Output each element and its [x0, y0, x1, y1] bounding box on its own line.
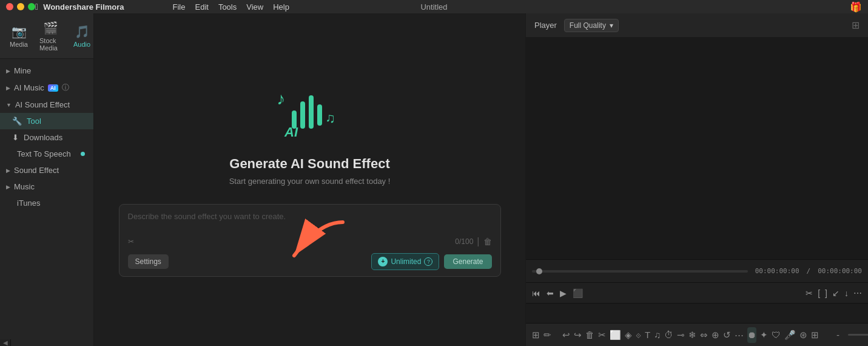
timeline-scrubber[interactable] — [532, 270, 748, 273]
scene-detect-button[interactable]: ⊞ — [532, 327, 540, 343]
mic-button[interactable]: 🎤 — [784, 327, 796, 343]
quality-select[interactable]: Full Quality ▾ — [564, 19, 619, 32]
mark-in-button[interactable]: [ — [818, 288, 820, 298]
mark-out-button[interactable]: ] — [825, 288, 827, 298]
center-panel: ♪ ♫ AI Generate AI Sound Effect Start ge… — [94, 13, 525, 346]
itunes-label: iTunes — [17, 198, 41, 208]
shield-button[interactable]: 🛡 — [772, 327, 781, 343]
gift-icon[interactable]: 🎁 — [850, 1, 862, 13]
apple-logo:  — [35, 2, 38, 12]
scrubber-dot — [536, 268, 542, 274]
text-button[interactable]: T — [645, 327, 650, 343]
sidebar-section-ai-sound-effect[interactable]: ▼ AI Sound Effect — [0, 97, 93, 113]
composite-button[interactable]: ⊞ — [811, 327, 819, 343]
ai-sound-illustration: ♪ ♫ AI — [274, 83, 346, 144]
ai-button[interactable]: ✦ — [760, 327, 768, 343]
sidebar-section-music[interactable]: ▶ Music — [0, 178, 93, 195]
toolbar-media[interactable]: 📷 Media — [3, 21, 35, 52]
sidebar-item-tool[interactable]: 🔧 Tool — [0, 113, 93, 129]
player-grid-icon[interactable]: ⊞ — [852, 19, 860, 31]
svg-rect-3 — [300, 101, 305, 129]
split2-button[interactable]: ⊸ — [677, 327, 685, 343]
left-panel: 📷 Media 🎬 Stock Media 🎵 Audio T Titles ⇌ — [0, 13, 94, 346]
crop-button[interactable]: ⬜ — [610, 327, 621, 343]
content-area: 📷 Media 🎬 Stock Media 🎵 Audio T Titles ⇌ — [0, 13, 868, 346]
toolbar-audio[interactable]: 🎵 Audio — [66, 21, 98, 52]
trash-button[interactable]: 🗑 — [483, 237, 492, 246]
sidebar-section-ai-music[interactable]: ▶ AI Music AI ⓘ — [0, 79, 93, 97]
ai-music-arrow-icon: ▶ — [6, 85, 10, 91]
play-controls: ⏮ ⬅ ▶ ⬛ ✂ [ ] ↙ ↓ ⋯ — [526, 283, 868, 304]
keyframe-button[interactable]: ⟐ — [636, 327, 641, 343]
close-button[interactable] — [6, 3, 13, 10]
more-button[interactable]: ⋯ — [853, 288, 862, 298]
menu-file[interactable]: File — [173, 2, 186, 12]
settings-button[interactable]: Settings — [128, 254, 169, 269]
more2-button[interactable]: ⋯ — [735, 327, 744, 343]
main-title: Generate AI Sound Effect — [229, 156, 389, 172]
traffic-lights — [6, 3, 35, 10]
sticker-button[interactable]: ⊛ — [799, 327, 807, 343]
menu-tools[interactable]: Tools — [218, 2, 237, 12]
svg-text:AI: AI — [284, 124, 298, 140]
crop2-button[interactable]: ⊕ — [712, 327, 719, 343]
ai-sound-effect-label: AI Sound Effect — [15, 100, 70, 109]
sidebar-item-text-to-speech[interactable]: Text To Speech — [0, 146, 93, 162]
ai-badge: AI — [48, 84, 58, 92]
sidebar-item-downloads[interactable]: ⬇ Downloads — [0, 129, 93, 146]
menu-bar: File Edit Tools View Help — [173, 2, 289, 12]
generate-button[interactable]: Generate — [444, 254, 491, 269]
menu-edit[interactable]: Edit — [195, 2, 208, 12]
ai-music-info-icon: ⓘ — [62, 83, 69, 93]
toolbar-stock-media[interactable]: 🎬 Stock Media — [35, 17, 66, 55]
insert-button[interactable]: ↙ — [832, 288, 839, 298]
player-header: Player Full Quality ▾ ⊞ — [526, 13, 868, 38]
unlimited-label: Unlimited — [391, 257, 421, 266]
timeline-area: 00:00:00:00 / 00:00:00:00 ⏮ ⬅ ▶ ⬛ ✂ [ ] … — [526, 259, 868, 323]
redo-button[interactable]: ↪ — [574, 327, 582, 343]
speed-button[interactable]: ⏱ — [664, 327, 673, 343]
freeze-button[interactable]: ❄ — [688, 327, 696, 343]
maximize-button[interactable] — [28, 3, 35, 10]
audio-icon: 🎵 — [75, 24, 90, 39]
ai-music-label: AI Music — [14, 83, 44, 92]
right-panel: Player Full Quality ▾ ⊞ 00:00:00:00 / 00… — [525, 13, 868, 346]
sidebar-section-mine[interactable]: ▶ Mine — [0, 63, 93, 79]
unlimited-button[interactable]: + Unlimited ? — [371, 253, 439, 270]
play-button[interactable]: ▶ — [560, 288, 567, 298]
cut-button[interactable]: ✂ — [598, 327, 606, 343]
zoom-slider[interactable] — [848, 334, 868, 336]
split-button[interactable]: ✂ — [806, 288, 813, 298]
sidebar-item-itunes[interactable]: iTunes — [0, 195, 93, 211]
player-label: Player — [534, 21, 557, 30]
main-subtitle: Start generating your own sound effect t… — [229, 177, 391, 186]
time-current: 00:00:00:00 — [755, 267, 799, 275]
step-forward-button[interactable]: ⬛ — [573, 288, 583, 298]
record-button[interactable]: ⏺ — [747, 327, 756, 343]
sidebar-section-sound-effect[interactable]: ▶ Sound Effect — [0, 162, 93, 178]
svg-text:♪: ♪ — [277, 89, 285, 108]
media-icon: 📷 — [12, 24, 27, 39]
color-button[interactable]: ◈ — [625, 327, 632, 343]
rotate-button[interactable]: ↺ — [723, 327, 731, 343]
sound-description-input[interactable] — [128, 212, 492, 230]
svg-rect-4 — [309, 95, 314, 129]
delete-button[interactable]: 🗑 — [585, 327, 594, 343]
menu-view[interactable]: View — [246, 2, 263, 12]
sound-effect-label: Sound Effect — [14, 166, 59, 175]
sidebar-toggle[interactable]: ◀ — [0, 339, 11, 346]
undo-button[interactable]: ↩ — [562, 327, 570, 343]
svg-rect-5 — [317, 104, 322, 126]
overwrite-button[interactable]: ↓ — [844, 288, 849, 298]
tool-icon: 🔧 — [12, 117, 22, 126]
menu-help[interactable]: Help — [273, 2, 289, 12]
minimize-button[interactable] — [17, 3, 24, 10]
pen-tool-button[interactable]: ✏ — [543, 327, 551, 343]
step-back-button[interactable]: ⬅ — [547, 288, 554, 298]
edit-actions: ✂ [ ] ↙ ↓ ⋯ — [806, 288, 862, 298]
skip-back-button[interactable]: ⏮ — [532, 288, 540, 298]
motion-button[interactable]: ⇔ — [700, 327, 708, 343]
zoom-out-button[interactable]: - — [830, 327, 846, 343]
audio-button[interactable]: ♫ — [654, 327, 661, 343]
mine-arrow-icon: ▶ — [6, 68, 10, 74]
